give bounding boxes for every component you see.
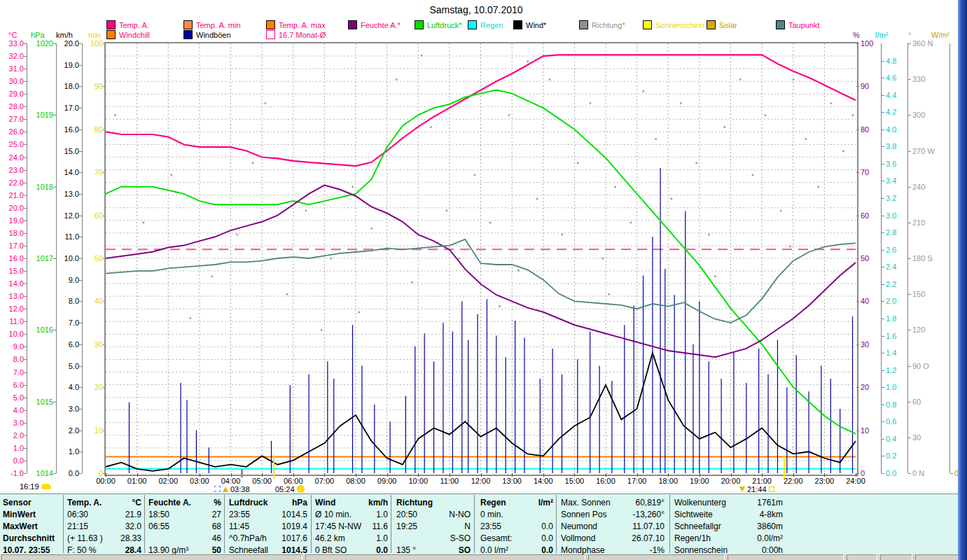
direction-dot (562, 234, 564, 236)
direction-axis-label: 120 (912, 326, 946, 334)
table-cell: LuftdruckhPa (229, 496, 307, 508)
table-cell-label: Temp. A. (67, 498, 102, 507)
windspeed-axis-label: 13.0 (46, 190, 79, 198)
temp-axis-tick (24, 106, 27, 107)
table-cell: 23:550.0 (480, 520, 553, 532)
direction-dot (739, 78, 742, 80)
sunshine-axis-label: 30 (69, 340, 103, 349)
table-cell: Feuchte A.% (148, 496, 221, 508)
table-cell-label: 06:55 (148, 522, 169, 531)
direction-axis-label: 300 (912, 111, 946, 119)
direction-dot (708, 234, 710, 236)
hour-label: 01:00 (122, 477, 153, 485)
table-cell-value: -13,260° (633, 510, 665, 519)
hour-label: 14:00 (528, 477, 559, 485)
solar-axis-tick (950, 473, 953, 474)
table-cell-value: 1.0 (376, 510, 388, 519)
temp-axis-label: 11.0 (0, 317, 24, 326)
direction-dot (143, 222, 145, 224)
rain-axis-label: 1.0 (886, 383, 919, 391)
table-cell-value: 1.0 (376, 533, 388, 543)
legend-swatch-icon (468, 20, 477, 29)
legend-swatch-icon (106, 20, 116, 29)
sunrise-marker: 05:24 (275, 484, 305, 493)
sunshine-axis-label: 60 (69, 211, 103, 220)
direction-axis-label: 180 S (912, 254, 946, 262)
direction-dot (536, 198, 538, 200)
temp-axis-label: 17.0 (0, 241, 24, 250)
sunset-time-label: 21:44 (747, 485, 767, 493)
table-cell: 0 min. (480, 508, 553, 520)
hour-label: 02:00 (153, 477, 183, 485)
table-cell-label: Schneefallgr (674, 522, 721, 531)
legend-label: Wind* (526, 21, 546, 29)
direction-dot (489, 222, 492, 224)
table-cell-label: 46.2 km (315, 533, 345, 543)
direction-dot (680, 102, 682, 104)
table-cell-value: N (464, 522, 471, 531)
rain-axis-tick (882, 370, 884, 371)
legend-swatch-icon (266, 20, 275, 29)
direction-dot (614, 186, 616, 188)
direction-dot (421, 55, 423, 57)
table-cell-value: 1017.6 (281, 533, 307, 543)
temp-axis-tick (24, 296, 27, 297)
hour-label: 17:00 (622, 477, 653, 485)
hour-label: 19:00 (684, 477, 715, 485)
legend-label: Regen (480, 21, 503, 29)
table-cell-label: Schneefall (229, 545, 268, 555)
temp-axis-label: 2.0 (0, 431, 24, 440)
table-cell: MaxWert (3, 520, 62, 532)
direction-axis-label: 330 (912, 75, 946, 83)
windspeed-axis-label: 5.0 (46, 362, 79, 370)
temp-axis-tick (24, 461, 27, 461)
legend-item-taupunkt: Taupunkt (776, 20, 820, 29)
table-cell-label: Sichtweite (674, 510, 713, 519)
table-cell-value: 0.0l/m² (757, 533, 783, 543)
direction-axis-label: 210 (912, 218, 946, 227)
legend-item-temp-a-max: Temp. A. max (266, 20, 326, 29)
table-cell: 19:25N (396, 520, 471, 532)
temp-axis-label: 26.0 (0, 127, 24, 136)
temp-axis-label: 30.0 (0, 77, 24, 85)
table-cell-value: 4-8km (760, 510, 783, 519)
rain-axis-line (881, 43, 882, 473)
legend-label: Luftdruck* (427, 21, 462, 29)
sensor-summary-table: SensorMinWertMaxWertDurchschnitt10.07. 2… (0, 493, 967, 555)
rain-axis-tick (882, 130, 884, 130)
direction-axis-label: 60 (912, 398, 946, 406)
windspeed-axis-tick (79, 108, 82, 108)
table-cell: 17:45 N-NW11.6 (315, 520, 388, 532)
rain-axis-tick (882, 232, 884, 233)
direction-axis-label: 90 O (912, 362, 946, 370)
direction-axis-tick (908, 187, 911, 188)
temp-axis-tick (24, 309, 27, 309)
legend-swatch-icon (348, 20, 357, 29)
pressure-axis-tick (53, 115, 56, 115)
table-cell-value: 26.07.10 (632, 533, 665, 543)
direction-axis-tick (908, 438, 911, 438)
table-cell-value: 1761m (757, 498, 783, 507)
direction-dot (411, 281, 413, 284)
direction-dot (211, 276, 214, 278)
table-cell-label: Sonnenschein (674, 545, 728, 555)
table-cell-label: Sonnen Pos (561, 510, 606, 519)
rain-axis-label: 3.2 (886, 194, 919, 202)
table-cell: Regen/1h0.0l/m² (674, 532, 783, 544)
temp-axis-tick (24, 119, 27, 120)
status-segment (1, 554, 302, 560)
hour-label: 24:00 (840, 477, 871, 485)
rain-axis-label: 1.4 (886, 349, 919, 357)
down-arrow-icon (739, 486, 745, 492)
page-title: Samstag, 10.07.2010 (0, 4, 952, 15)
table-cell: Wolkenunterg1761m (674, 496, 783, 508)
windspeed-axis-tick (79, 366, 82, 367)
rain-axis-label: 1.8 (886, 314, 919, 323)
status-segment (847, 554, 877, 560)
pressure-axis-label: 1016 (20, 326, 53, 334)
table-cell-label: Feuchte A. (148, 498, 191, 507)
direction-axis-tick (908, 79, 911, 80)
windspeed-axis-tick (79, 194, 82, 195)
windspeed-axis-label: 19.0 (46, 61, 79, 69)
direction-dot (352, 186, 354, 188)
